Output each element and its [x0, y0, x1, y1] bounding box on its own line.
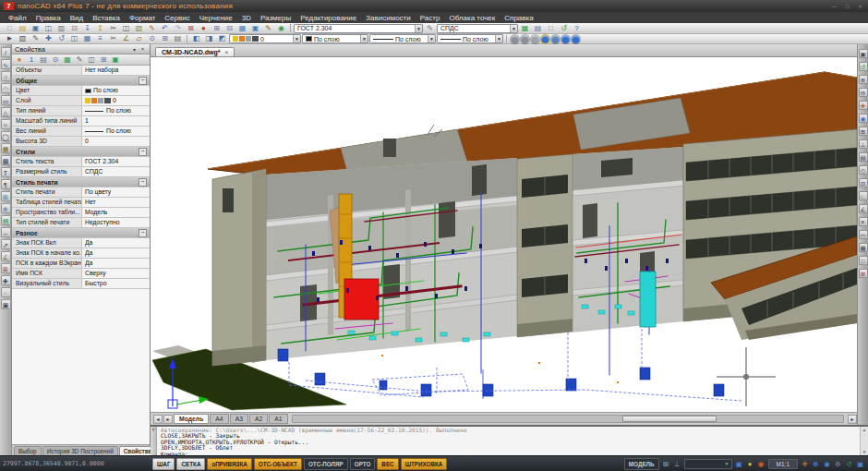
- mtext-icon[interactable]: ¶: [1, 179, 11, 189]
- layer-lock-icon[interactable]: ◨: [203, 34, 215, 43]
- undo-icon[interactable]: ↶: [159, 24, 171, 33]
- menu-item[interactable]: Черчение: [195, 14, 237, 22]
- property-value[interactable]: Сверху: [82, 269, 150, 278]
- panel-tab[interactable]: Выбор: [14, 446, 42, 455]
- property-value[interactable]: По слою: [82, 106, 150, 115]
- view-top-icon[interactable]: [511, 35, 519, 43]
- zoom-out-icon[interactable]: ⊖: [859, 88, 868, 97]
- trim-icon[interactable]: ✂: [107, 34, 119, 43]
- panel-tab[interactable]: История 3D Построений: [42, 446, 118, 455]
- dim-style-combo[interactable]: СПДС ▼: [437, 24, 518, 33]
- command-window-grip[interactable]: ×: [151, 427, 157, 455]
- menu-item[interactable]: Файл: [4, 14, 31, 22]
- command-history[interactable]: Автосохранение: C:\Users\...\CM-3D-NCAD …: [157, 427, 860, 455]
- osnap-side-icon[interactable]: ◇: [859, 165, 868, 175]
- property-value[interactable]: Нет: [82, 198, 150, 207]
- property-value[interactable]: ГОСТ 2.304: [82, 157, 150, 166]
- region-icon[interactable]: ▩: [1, 155, 11, 165]
- paste-icon[interactable]: ▧: [133, 24, 145, 33]
- format-brush-icon[interactable]: ✎: [146, 24, 158, 33]
- point-icon[interactable]: ·: [1, 287, 11, 297]
- viewport-ucs-icon[interactable]: ⊥: [672, 459, 682, 469]
- refresh-icon[interactable]: ↺: [558, 24, 570, 33]
- property-value[interactable]: [136, 147, 150, 156]
- polyline-icon[interactable]: ∿: [1, 59, 11, 69]
- layout-tab[interactable]: A3: [230, 414, 248, 424]
- scale-indicator[interactable]: М1:1: [768, 459, 798, 469]
- orbit-3d-icon[interactable]: ◉: [859, 114, 868, 123]
- orbit-icon[interactable]: [561, 35, 570, 43]
- dimension-icon[interactable]: ↔: [1, 227, 11, 237]
- match-icon[interactable]: ✎: [30, 34, 42, 43]
- block-props-icon[interactable]: ◫: [86, 55, 97, 65]
- circle-icon[interactable]: ○: [1, 71, 11, 81]
- menu-item[interactable]: Вставка: [88, 14, 125, 22]
- area-icon[interactable]: ▱: [133, 34, 145, 43]
- view-front-icon[interactable]: [521, 35, 529, 43]
- close-button[interactable]: ×: [856, 4, 864, 9]
- property-value[interactable]: [136, 76, 150, 85]
- redo-icon[interactable]: ↷: [172, 24, 184, 33]
- order-icon[interactable]: ▤: [172, 34, 184, 43]
- zoom-window-icon[interactable]: ⊞: [211, 24, 223, 33]
- property-value[interactable]: По слою: [82, 86, 150, 95]
- menu-item[interactable]: Правка: [31, 14, 66, 22]
- pan-status-icon[interactable]: ✚: [800, 459, 810, 469]
- plot-icon[interactable]: ▥: [55, 24, 67, 33]
- property-value[interactable]: Быстро: [82, 279, 150, 288]
- layer-current-icon[interactable]: ◧: [190, 34, 202, 43]
- insert-block-icon[interactable]: ⊕: [1, 203, 11, 213]
- ucs-tool-icon[interactable]: ⊥: [859, 139, 868, 149]
- property-value[interactable]: По слою: [82, 127, 150, 136]
- arc-icon[interactable]: ◠: [1, 83, 11, 93]
- select-similar-icon[interactable]: ⊙: [50, 55, 61, 65]
- rectangle-icon[interactable]: ▭: [1, 95, 11, 105]
- model-viewport[interactable]: [151, 57, 857, 412]
- find-icon[interactable]: ⊙: [146, 34, 158, 43]
- view-iso-icon[interactable]: [541, 35, 549, 43]
- viewport-grid-icon[interactable]: ⊞: [661, 459, 671, 469]
- select-icon[interactable]: ►: [4, 34, 16, 43]
- redraw-icon[interactable]: ▣: [859, 49, 868, 58]
- scroll-right-icon[interactable]: ►: [848, 415, 857, 424]
- offset-icon[interactable]: ≡: [94, 34, 106, 43]
- polygon-icon[interactable]: △: [1, 107, 11, 117]
- hatch-icon[interactable]: ▦: [1, 143, 11, 153]
- text-style-combo[interactable]: ГОСТ 2.304 ▼: [294, 24, 423, 33]
- layout-tab[interactable]: Модель: [174, 414, 209, 424]
- property-value[interactable]: 1: [82, 116, 150, 126]
- screen-icon[interactable]: ▣: [249, 24, 261, 33]
- menu-item[interactable]: Вид: [66, 14, 88, 22]
- grid-toggle[interactable]: СЕТКА: [176, 458, 205, 470]
- layout-tab[interactable]: A2: [249, 414, 268, 424]
- chevron-down-icon[interactable]: ▼: [360, 35, 368, 42]
- chevron-down-icon[interactable]: ▼: [415, 25, 422, 32]
- lineweight-toggle[interactable]: ВЕС: [377, 458, 398, 470]
- preview-icon[interactable]: ⊡: [68, 24, 80, 33]
- property-value[interactable]: [136, 177, 150, 187]
- calc-icon[interactable]: ⊞: [159, 34, 171, 43]
- save-icon[interactable]: ▣: [30, 24, 42, 33]
- property-value[interactable]: Модель: [82, 208, 150, 217]
- layout-nav-left-icon[interactable]: ◄: [153, 415, 163, 424]
- copy-icon[interactable]: ◫: [120, 24, 132, 33]
- cut-icon[interactable]: ✂: [107, 24, 119, 33]
- pan-icon[interactable]: ✚: [859, 101, 868, 110]
- scrollbar-thumb[interactable]: [622, 416, 716, 422]
- spline-icon[interactable]: ≈: [1, 119, 11, 129]
- grid-side-icon[interactable]: ⊡: [859, 178, 868, 187]
- zoom-out-status-icon[interactable]: ⊖: [833, 459, 843, 469]
- menu-item[interactable]: Формат: [125, 14, 160, 22]
- line-icon[interactable]: /: [1, 47, 11, 57]
- chevron-down-icon[interactable]: ▼: [428, 35, 435, 42]
- minimize-button[interactable]: ─: [830, 4, 838, 9]
- horizontal-scrollbar[interactable]: [292, 415, 844, 423]
- layer-states-icon[interactable]: ◩: [216, 34, 228, 43]
- ellipse-icon[interactable]: ◯: [1, 131, 11, 141]
- export-icon[interactable]: ↥: [94, 24, 106, 33]
- property-value[interactable]: По цвету: [82, 187, 150, 197]
- text-icon[interactable]: T: [1, 167, 11, 177]
- open-folder-icon[interactable]: ▤: [17, 24, 29, 33]
- property-value[interactable]: 0: [82, 96, 150, 105]
- chevron-down-icon[interactable]: ▼: [510, 25, 517, 32]
